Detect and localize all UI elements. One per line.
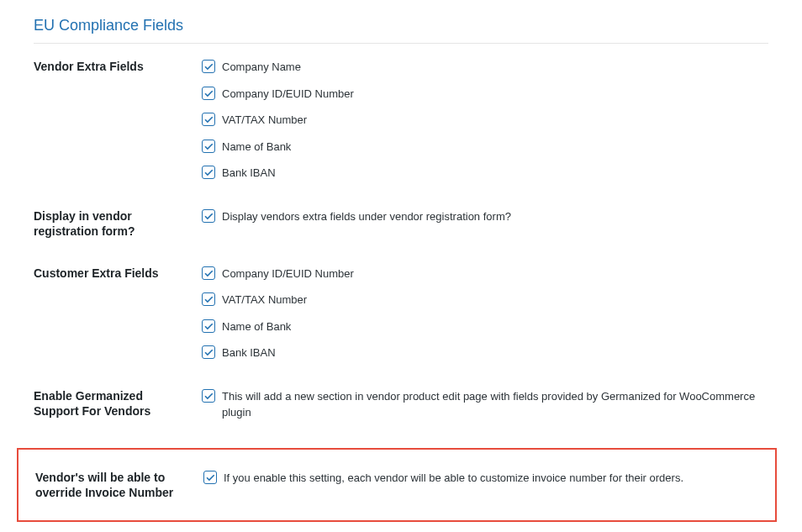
checkbox-item: Company Name xyxy=(202,59,768,76)
invoice-override-row: Vendor's will be able to override Invoic… xyxy=(35,470,758,500)
checkbox-item: VAT/TAX Number xyxy=(202,292,768,308)
checkbox-label: Company ID/EUID Number xyxy=(222,86,354,103)
highlighted-invoice-override: Vendor's will be able to override Invoic… xyxy=(17,448,777,522)
checkbox-display-registration[interactable] xyxy=(202,209,215,223)
checkbox-item: Bank IBAN xyxy=(202,165,768,182)
checkbox-invoice-override[interactable] xyxy=(203,471,217,484)
checkbox-bank-name[interactable] xyxy=(202,140,215,153)
checkbox-label: Name of Bank xyxy=(222,139,291,155)
vendor-extra-fields-list: Company Name Company ID/EUID Number VAT/… xyxy=(202,59,768,182)
display-registration-fields: Display vendors extra fields under vendo… xyxy=(202,208,768,225)
customer-extra-fields-row: Customer Extra Fields Company ID/EUID Nu… xyxy=(34,266,768,361)
check-icon xyxy=(203,211,214,221)
check-icon xyxy=(203,141,214,151)
checkbox-item: This will add a new section in vendor pr… xyxy=(202,388,768,421)
checkbox-item: If you enable this setting, each vendor … xyxy=(203,470,758,487)
display-registration-row: Display in vendor registration form? Dis… xyxy=(34,208,768,239)
germanized-support-label: Enable Germanized Support For Vendors xyxy=(34,388,202,419)
checkbox-cust-bank-name[interactable] xyxy=(202,319,215,333)
checkbox-germanized[interactable] xyxy=(202,389,215,403)
checkbox-cust-vat-tax[interactable] xyxy=(202,292,215,306)
check-icon xyxy=(203,167,214,177)
checkbox-item: Company ID/EUID Number xyxy=(202,266,768,282)
checkbox-label: If you enable this setting, each vendor … xyxy=(224,470,683,487)
checkbox-label: VAT/TAX Number xyxy=(222,112,307,129)
vendor-extra-fields-row: Vendor Extra Fields Company Name Company… xyxy=(34,59,768,182)
checkbox-item: Name of Bank xyxy=(202,139,768,155)
checkbox-company-id[interactable] xyxy=(202,87,215,100)
checkbox-cust-bank-iban[interactable] xyxy=(202,345,215,359)
checkbox-item: Display vendors extra fields under vendo… xyxy=(202,208,768,225)
germanized-support-row: Enable Germanized Support For Vendors Th… xyxy=(34,388,768,421)
checkbox-company-name[interactable] xyxy=(202,60,215,73)
check-icon xyxy=(203,347,214,357)
germanized-support-fields: This will add a new section in vendor pr… xyxy=(202,388,768,421)
vendor-extra-fields-label: Vendor Extra Fields xyxy=(34,59,202,74)
checkbox-vat-tax[interactable] xyxy=(202,113,215,126)
checkbox-item: Bank IBAN xyxy=(202,345,768,361)
check-icon xyxy=(203,294,214,304)
checkbox-label: Display vendors extra fields under vendo… xyxy=(222,208,511,225)
check-icon xyxy=(203,114,214,124)
checkbox-label: Name of Bank xyxy=(222,319,291,335)
check-icon xyxy=(205,472,215,482)
checkbox-label: Bank IBAN xyxy=(222,345,276,361)
display-registration-label: Display in vendor registration form? xyxy=(34,208,202,239)
checkbox-label: VAT/TAX Number xyxy=(222,292,307,308)
check-icon xyxy=(203,391,214,401)
check-icon xyxy=(203,88,214,98)
checkbox-item: Company ID/EUID Number xyxy=(202,86,768,103)
section-title: EU Compliance Fields xyxy=(34,17,768,44)
check-icon xyxy=(203,321,214,331)
invoice-override-fields: If you enable this setting, each vendor … xyxy=(203,470,758,487)
check-icon xyxy=(203,61,214,71)
checkbox-label: Company ID/EUID Number xyxy=(222,266,354,282)
checkbox-item: Name of Bank xyxy=(202,319,768,335)
checkbox-label: Bank IBAN xyxy=(222,165,276,182)
checkbox-label: Company Name xyxy=(222,59,301,76)
checkbox-cust-company-id[interactable] xyxy=(202,266,215,280)
customer-extra-fields-list: Company ID/EUID Number VAT/TAX Number Na… xyxy=(202,266,768,361)
invoice-override-label: Vendor's will be able to override Invoic… xyxy=(35,470,203,500)
checkbox-label: This will add a new section in vendor pr… xyxy=(222,388,768,421)
checkbox-bank-iban[interactable] xyxy=(202,166,215,179)
check-icon xyxy=(203,268,214,278)
customer-extra-fields-label: Customer Extra Fields xyxy=(34,266,202,281)
checkbox-item: VAT/TAX Number xyxy=(202,112,768,129)
